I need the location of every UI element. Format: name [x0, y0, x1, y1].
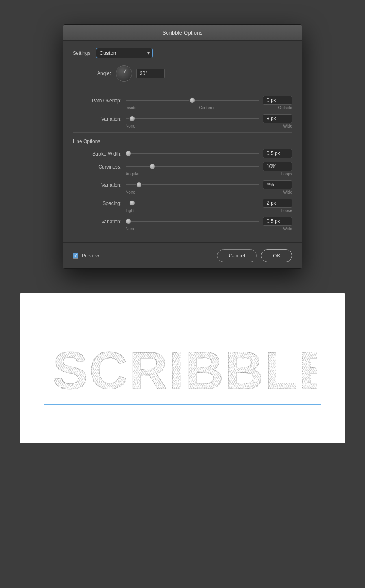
curviness-label: Curviness:	[73, 162, 122, 170]
variation2-thumb[interactable]	[136, 182, 142, 188]
variation3-track	[126, 221, 259, 222]
stroke-width-thumb[interactable]	[126, 151, 131, 156]
variation2-row: Variation: None Wide	[73, 180, 292, 195]
curviness-input[interactable]	[263, 162, 292, 171]
variation3-input[interactable]	[263, 217, 292, 226]
preview-check: Preview	[73, 253, 217, 259]
path-overlap-label-inside: Inside	[126, 106, 137, 110]
baseline-line	[44, 404, 321, 405]
stroke-width-track	[126, 153, 259, 154]
cancel-button[interactable]: Cancel	[217, 249, 257, 262]
curviness-slider-area: Angular Loopy	[126, 162, 292, 176]
separator-2	[73, 132, 292, 133]
settings-label: Settings:	[73, 50, 92, 56]
spacing-slider[interactable]	[126, 199, 259, 207]
variation2-labels: None Wide	[126, 190, 292, 195]
variation3-label: Variation:	[73, 217, 122, 225]
spacing-track-row	[126, 199, 292, 208]
spacing-track	[126, 203, 259, 203]
curviness-track	[126, 166, 259, 167]
variation2-track-row	[126, 180, 292, 189]
curviness-slider[interactable]	[126, 163, 259, 170]
variation1-track	[126, 118, 259, 119]
variation1-track-row	[126, 114, 292, 123]
path-overlap-input[interactable]	[263, 96, 292, 105]
variation3-row: Variation: None Wide	[73, 217, 292, 231]
path-overlap-label-outside: Outside	[278, 106, 292, 110]
ok-button[interactable]: OK	[261, 249, 292, 262]
variation2-label: Variation:	[73, 180, 122, 188]
angle-dial[interactable]	[116, 65, 132, 82]
curviness-track-row	[126, 162, 292, 171]
path-overlap-slider[interactable]	[126, 97, 259, 104]
path-overlap-thumb[interactable]	[189, 97, 195, 103]
curviness-labels: Angular Loopy	[126, 172, 292, 176]
variation2-slider-area: None Wide	[126, 180, 292, 195]
spacing-label-loose: Loose	[281, 208, 292, 213]
dialog-body: Settings: Custom Default Sketch Loose An…	[63, 41, 302, 242]
variation1-label: Variation:	[73, 114, 122, 122]
curviness-label-loopy: Loopy	[281, 172, 292, 176]
variation2-label-wide: Wide	[283, 190, 292, 195]
curviness-thumb[interactable]	[150, 164, 155, 169]
stroke-width-row: Stroke Width:	[73, 149, 292, 158]
spacing-label: Spacing:	[73, 199, 122, 206]
spacing-input[interactable]	[263, 199, 292, 208]
variation1-slider[interactable]	[126, 115, 259, 122]
variation1-row: Variation: None Wide	[73, 114, 292, 128]
stroke-width-track-row	[126, 149, 292, 158]
variation2-input[interactable]	[263, 180, 292, 189]
angle-row: Angle:	[73, 65, 292, 82]
spacing-slider-area: Tight Loose	[126, 199, 292, 213]
path-overlap-label: Path Overlap:	[73, 96, 122, 104]
variation3-slider-area: None Wide	[126, 217, 292, 231]
path-overlap-track-row	[126, 96, 292, 105]
settings-select[interactable]: Custom Default Sketch Loose	[96, 48, 153, 58]
variation2-slider[interactable]	[126, 181, 259, 188]
variation1-input[interactable]	[263, 114, 292, 123]
angle-input[interactable]	[136, 69, 165, 78]
variation1-slider-area: None Wide	[126, 114, 292, 128]
scribble-svg: .scribble-letter { fill: none; stroke: #…	[48, 336, 317, 401]
spacing-row: Spacing: Tight Loose	[73, 199, 292, 213]
variation1-labels: None Wide	[126, 124, 292, 128]
path-overlap-row: Path Overlap: Inside Centered Outside	[73, 96, 292, 110]
path-overlap-label-centered: Centered	[199, 106, 216, 110]
stroke-width-slider-area	[126, 149, 292, 158]
svg-text:SCRIBBLE: SCRIBBLE	[52, 341, 317, 400]
dialog-bottom: Preview Cancel OK	[63, 242, 302, 268]
settings-select-wrapper: Custom Default Sketch Loose	[96, 48, 153, 58]
variation3-label-wide: Wide	[283, 227, 292, 231]
angle-label: Angle:	[97, 71, 111, 76]
stroke-width-input[interactable]	[263, 149, 292, 158]
canvas-area: .scribble-letter { fill: none; stroke: #…	[20, 293, 345, 443]
dialog-titlebar: Scribble Options	[63, 25, 302, 41]
spacing-thumb[interactable]	[129, 200, 135, 206]
variation3-label-none: None	[126, 227, 135, 231]
variation1-label-wide: Wide	[283, 124, 292, 128]
scribble-options-dialog: Scribble Options Settings: Custom Defaul…	[63, 24, 302, 269]
path-overlap-track	[126, 100, 259, 101]
spacing-label-tight: Tight	[126, 208, 135, 213]
scribble-text-container: .scribble-letter { fill: none; stroke: #…	[48, 332, 317, 405]
preview-checkbox[interactable]	[73, 253, 78, 259]
dialog-buttons: Cancel OK	[217, 249, 292, 262]
variation1-label-none: None	[126, 124, 135, 128]
separator-1	[73, 90, 292, 90]
preview-label: Preview	[82, 253, 99, 259]
variation3-track-row	[126, 217, 292, 226]
settings-row: Settings: Custom Default Sketch Loose	[73, 48, 292, 58]
variation2-track	[126, 184, 259, 185]
stroke-width-slider[interactable]	[126, 150, 259, 157]
variation3-slider[interactable]	[126, 218, 259, 225]
spacing-labels: Tight Loose	[126, 208, 292, 213]
variation1-thumb[interactable]	[129, 116, 135, 121]
curviness-label-angular: Angular	[126, 172, 139, 176]
path-overlap-labels: Inside Centered Outside	[126, 106, 292, 110]
path-overlap-slider-area: Inside Centered Outside	[126, 96, 292, 110]
variation2-label-none: None	[126, 190, 135, 195]
variation3-thumb[interactable]	[126, 218, 131, 224]
stroke-width-label: Stroke Width:	[73, 149, 122, 157]
dialog-title: Scribble Options	[163, 30, 203, 36]
variation3-labels: None Wide	[126, 227, 292, 231]
